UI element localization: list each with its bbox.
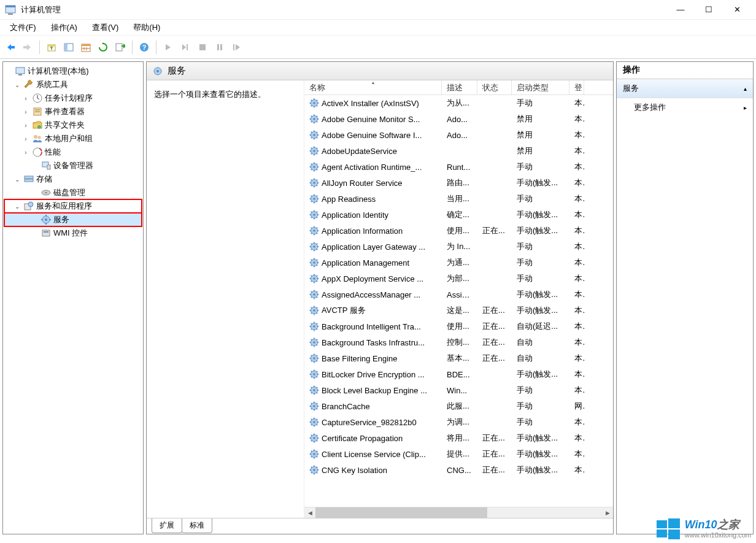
- service-row[interactable]: AVCTP 服务这是...正在...手动(触发...本: [304, 302, 613, 318]
- help-button[interactable]: ?: [136, 39, 152, 55]
- scroll-right-button[interactable]: ▶: [602, 507, 613, 518]
- service-desc-cell: BDE...: [442, 370, 477, 379]
- service-row[interactable]: Background Tasks Infrastru...控制...正在...自…: [304, 334, 613, 350]
- export-button[interactable]: [112, 39, 128, 55]
- tree-system-tools[interactable]: ⌄ 系统工具: [4, 78, 142, 91]
- service-row[interactable]: ActiveX Installer (AxInstSV)为从...手动本: [304, 95, 613, 111]
- tree-performance[interactable]: › 性能: [4, 145, 142, 159]
- tree-pane[interactable]: 计算机管理(本地) ⌄ 系统工具 › 任务计划程序 › 事件查看器 › 共享文件…: [2, 61, 144, 534]
- tree-event-viewer[interactable]: › 事件查看器: [4, 105, 142, 118]
- pause-button[interactable]: [212, 39, 228, 55]
- service-row[interactable]: Application Information使用...正在...手动(触发..…: [304, 223, 613, 239]
- svg-line-230: [311, 377, 312, 377]
- menu-view[interactable]: 查看(V): [85, 20, 126, 36]
- forward-button[interactable]: [20, 39, 36, 55]
- svg-line-239: [317, 393, 317, 393]
- actions-section-services[interactable]: 服务 ▴: [617, 79, 753, 98]
- tree-label: 设备管理器: [53, 160, 93, 171]
- refresh-button[interactable]: [95, 39, 111, 55]
- service-row[interactable]: AppX Deployment Service ...为部...手动本: [304, 271, 613, 287]
- col-start[interactable]: 启动类型: [512, 80, 569, 94]
- service-row[interactable]: CaptureService_982812b0为调...手动本: [304, 414, 613, 430]
- play-button[interactable]: [160, 39, 176, 55]
- tree-services-apps[interactable]: ⌄ 服务和应用程序: [4, 199, 142, 213]
- col-state[interactable]: 状态: [477, 80, 512, 94]
- tree-local-users[interactable]: › 本地用户和组: [4, 132, 142, 145]
- service-row[interactable]: Adobe Genuine Software I...Ado...禁用本: [304, 127, 613, 143]
- service-logon-cell: 本: [569, 321, 584, 332]
- expander-icon[interactable]: ⌄: [13, 82, 21, 88]
- scroll-track[interactable]: [315, 507, 602, 518]
- svg-line-221: [317, 355, 317, 356]
- service-row[interactable]: Application Layer Gateway ...为 In...手动本: [304, 239, 613, 255]
- maximize-button[interactable]: ☐: [695, 0, 723, 20]
- svg-line-128: [311, 212, 312, 212]
- tree-services[interactable]: 服务: [4, 213, 142, 226]
- service-row[interactable]: CNG Key IsolationCNG...正在...手动(触发...本: [304, 462, 613, 478]
- service-row[interactable]: Certificate Propagation将用...正在...手动(触发..…: [304, 430, 613, 446]
- tree-task-scheduler[interactable]: › 任务计划程序: [4, 91, 142, 105]
- actions-more[interactable]: 更多操作 ▸: [617, 98, 753, 117]
- col-logon[interactable]: 登: [569, 80, 584, 94]
- expander-icon[interactable]: ⌄: [13, 203, 21, 210]
- tab-standard[interactable]: 标准: [182, 518, 212, 533]
- service-row[interactable]: BitLocker Drive Encryption ...BDE...手动(触…: [304, 366, 613, 382]
- list-rows[interactable]: ActiveX Installer (AxInstSV)为从...手动本Adob…: [304, 95, 613, 507]
- service-row[interactable]: Base Filtering Engine基本...正在...自动本: [304, 350, 613, 366]
- tree-shared-folders[interactable]: › 共享文件夹: [4, 118, 142, 132]
- show-hide-tree-button[interactable]: [61, 39, 77, 55]
- service-start-cell: 手动: [512, 401, 569, 412]
- col-desc[interactable]: 描述: [442, 80, 477, 94]
- expander-icon[interactable]: ⌄: [13, 176, 21, 183]
- svg-line-110: [311, 185, 312, 186]
- service-row[interactable]: AdobeUpdateService禁用本: [304, 143, 613, 159]
- service-row[interactable]: App Readiness当用...手动本: [304, 191, 613, 207]
- menu-help[interactable]: 帮助(H): [126, 20, 168, 36]
- restart-button[interactable]: [229, 39, 245, 55]
- horizontal-scrollbar[interactable]: ◀ ▶: [304, 507, 613, 518]
- step-button[interactable]: [177, 39, 193, 55]
- tree-wmi[interactable]: WMI 控件: [4, 226, 142, 240]
- minimize-button[interactable]: —: [666, 0, 695, 20]
- service-row[interactable]: BranchCache此服...手动网: [304, 398, 613, 414]
- expander-icon[interactable]: ›: [21, 122, 30, 129]
- calendar-icon[interactable]: [78, 39, 94, 55]
- tree-label: WMI 控件: [53, 228, 88, 239]
- expander-icon[interactable]: ›: [21, 109, 30, 115]
- service-row[interactable]: AssignedAccessManager ...Assig...手动(触发..…: [304, 287, 613, 302]
- tree-root[interactable]: 计算机管理(本地): [4, 64, 142, 78]
- expander-icon[interactable]: ›: [21, 149, 30, 156]
- service-row[interactable]: Agent Activation Runtime_...Runt...手动本: [304, 159, 613, 175]
- service-row[interactable]: Block Level Backup Engine ...Win...手动本: [304, 382, 613, 398]
- scroll-thumb[interactable]: [315, 507, 487, 518]
- menu-file[interactable]: 文件(F): [2, 20, 44, 36]
- expander-icon[interactable]: ›: [21, 95, 30, 102]
- tree-storage[interactable]: ⌄ 存储: [4, 172, 142, 186]
- svg-rect-20: [220, 44, 222, 50]
- scroll-left-button[interactable]: ◀: [304, 507, 315, 518]
- back-button[interactable]: [2, 39, 18, 55]
- svg-line-291: [317, 467, 317, 468]
- service-row[interactable]: Background Intelligent Tra...使用...正在...自…: [304, 318, 613, 334]
- expander-icon[interactable]: ›: [21, 136, 30, 142]
- svg-rect-36: [25, 176, 33, 179]
- tree-label: 磁盘管理: [53, 187, 85, 198]
- col-name[interactable]: ▴名称: [304, 80, 442, 94]
- service-row[interactable]: Adobe Genuine Monitor S...Ado...禁用本: [304, 111, 613, 127]
- service-row[interactable]: Application Management为通...手动本: [304, 255, 613, 271]
- service-gear-icon: [309, 337, 319, 347]
- tree-disk-management[interactable]: 磁盘管理: [4, 186, 142, 199]
- service-row[interactable]: Application Identity确定...手动(触发...本: [304, 207, 613, 223]
- tab-extended[interactable]: 扩展: [152, 518, 182, 533]
- menu-action[interactable]: 操作(A): [44, 20, 85, 36]
- up-button[interactable]: [44, 39, 60, 55]
- stop-button[interactable]: [195, 39, 210, 55]
- service-name-cell: Application Information: [304, 226, 442, 236]
- close-button[interactable]: ✕: [723, 0, 751, 20]
- tree-device-manager[interactable]: 设备管理器: [4, 159, 142, 172]
- service-desc-cell: 为 In...: [442, 241, 477, 252]
- service-logon-cell: 本: [569, 385, 584, 396]
- service-row[interactable]: AllJoyn Router Service路由...手动(触发...本: [304, 175, 613, 191]
- svg-line-168: [311, 275, 312, 276]
- service-row[interactable]: Client License Service (Clip...提供...正在..…: [304, 446, 613, 462]
